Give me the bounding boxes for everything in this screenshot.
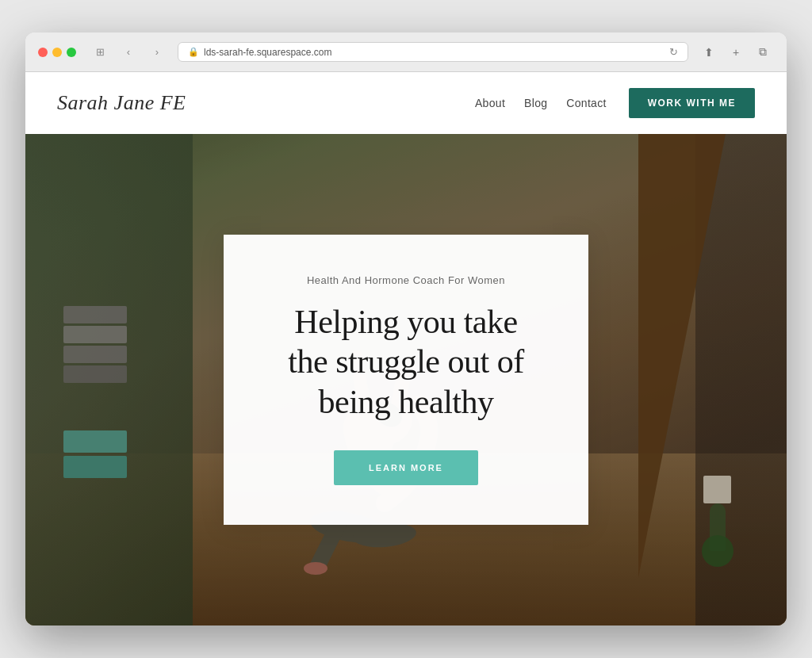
site-nav: Sarah Jane FE About Blog Contact WORK WI… bbox=[25, 72, 787, 134]
address-bar[interactable]: 🔒 lds-sarah-fe.squarespace.com ↻ bbox=[178, 42, 688, 62]
minimize-button[interactable] bbox=[52, 48, 62, 57]
back-button[interactable]: ‹ bbox=[117, 44, 140, 61]
add-tab-button[interactable]: + bbox=[725, 44, 747, 61]
hero-subtitle: Health And Hormone Coach For Women bbox=[271, 274, 541, 286]
browser-controls: ⊞ ‹ › bbox=[89, 44, 168, 61]
reload-icon[interactable]: ↻ bbox=[669, 46, 678, 58]
site-logo[interactable]: Sarah Jane FE bbox=[57, 91, 186, 115]
duplicate-tab-button[interactable]: ⧉ bbox=[752, 44, 774, 61]
hero-section: Health And Hormone Coach For Women Helpi… bbox=[25, 134, 787, 625]
window-layout-button[interactable]: ⊞ bbox=[89, 44, 111, 61]
close-button[interactable] bbox=[38, 48, 48, 57]
browser-window: ⊞ ‹ › 🔒 lds-sarah-fe.squarespace.com ↻ ⬆… bbox=[25, 33, 787, 625]
nav-links: About Blog Contact bbox=[475, 97, 607, 109]
hero-title: Helping you take the struggle out of bei… bbox=[271, 302, 541, 422]
url-text: lds-sarah-fe.squarespace.com bbox=[204, 47, 331, 58]
hero-card: Health And Hormone Coach For Women Helpi… bbox=[224, 235, 588, 525]
nav-right: About Blog Contact WORK WITH ME bbox=[475, 88, 755, 118]
browser-chrome: ⊞ ‹ › 🔒 lds-sarah-fe.squarespace.com ↻ ⬆… bbox=[25, 33, 787, 72]
lock-icon: 🔒 bbox=[188, 47, 199, 57]
nav-contact[interactable]: Contact bbox=[566, 97, 606, 109]
forward-button[interactable]: › bbox=[146, 44, 168, 61]
maximize-button[interactable] bbox=[67, 48, 76, 57]
nav-about[interactable]: About bbox=[475, 97, 505, 109]
share-button[interactable]: ⬆ bbox=[698, 44, 720, 61]
nav-blog[interactable]: Blog bbox=[524, 97, 547, 109]
traffic-lights bbox=[38, 48, 76, 57]
work-with-me-button[interactable]: WORK WITH ME bbox=[629, 88, 755, 118]
browser-actions: ⬆ + ⧉ bbox=[698, 44, 774, 61]
learn-more-button[interactable]: LEARN MORE bbox=[334, 450, 478, 485]
website: Sarah Jane FE About Blog Contact WORK WI… bbox=[25, 72, 787, 625]
